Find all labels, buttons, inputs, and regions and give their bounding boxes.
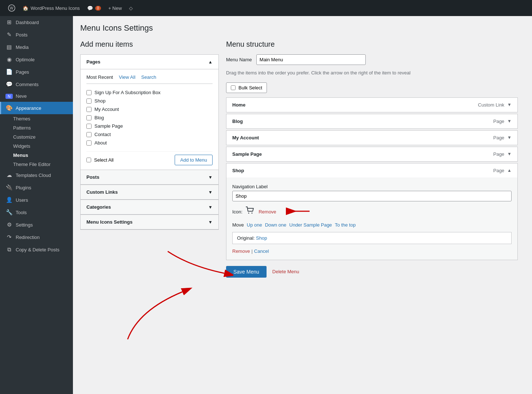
- categories-accordion-header[interactable]: Categories ▼: [81, 200, 218, 215]
- wp-logo-button[interactable]: W: [4, 0, 19, 16]
- home-chevron-down-icon[interactable]: ▼: [507, 102, 512, 107]
- original-link[interactable]: Shop: [256, 235, 267, 241]
- categories-section: Categories ▼: [80, 200, 219, 215]
- tab-most-recent[interactable]: Most Recent: [86, 74, 113, 81]
- page-checkbox-about[interactable]: [86, 140, 92, 146]
- tools-icon: 🔧: [5, 209, 13, 216]
- menu-item-blog: Blog Page ▼: [226, 114, 518, 129]
- page-item-my-account: My Account: [86, 105, 213, 113]
- svg-point-3: [248, 213, 249, 214]
- move-down-link[interactable]: Down one: [265, 222, 287, 228]
- custom-links-accordion-header[interactable]: Custom Links ▼: [81, 185, 218, 200]
- add-to-menu-button[interactable]: Add to Menu: [175, 155, 213, 165]
- theme-icon-button[interactable]: ◇: [125, 0, 136, 16]
- appearance-submenu: Themes Patterns Customize Widgets Menus …: [0, 114, 73, 169]
- move-top-link[interactable]: To the top: [335, 222, 356, 228]
- nav-label-input[interactable]: [232, 191, 512, 201]
- menu-item-sample-page-header[interactable]: Sample Page Page ▼: [226, 147, 517, 161]
- select-all-checkbox[interactable]: [86, 158, 91, 162]
- new-button[interactable]: + New: [105, 0, 125, 16]
- select-all-label[interactable]: Select All: [86, 157, 113, 163]
- sidebar-item-redirection[interactable]: ↷ Redirection: [0, 231, 73, 243]
- sidebar-item-themes[interactable]: Themes: [13, 114, 73, 123]
- page-checkbox-sample-page[interactable]: [86, 124, 92, 129]
- menu-structure-panel: Menu structure Menu Name Drag the items …: [226, 40, 518, 278]
- item-actions: Remove | Cancel: [232, 248, 512, 254]
- sidebar-item-widgets[interactable]: Widgets: [13, 142, 73, 151]
- sidebar-item-neve[interactable]: N Neve: [0, 90, 73, 102]
- menu-item-shop-header[interactable]: Shop Page ▲: [226, 163, 517, 178]
- save-menu-button[interactable]: Save Menu: [226, 266, 267, 278]
- sidebar: ⊞ Dashboard ✎ Posts ▤ Media ◉ Optimole 📄…: [0, 16, 73, 394]
- sidebar-item-menus[interactable]: Menus: [13, 151, 73, 160]
- sidebar-item-users[interactable]: 👤 Users: [0, 194, 73, 206]
- pages-accordion-header[interactable]: Pages ▲: [81, 55, 218, 69]
- page-checkbox-contact[interactable]: [86, 132, 92, 137]
- comments-button[interactable]: 💬 0: [84, 0, 105, 16]
- page-item-shop: Shop: [86, 97, 213, 105]
- delete-menu-button[interactable]: Delete Menu: [272, 266, 299, 277]
- sidebar-item-customize[interactable]: Customize: [13, 132, 73, 142]
- sidebar-item-comments[interactable]: 💬 Comments: [0, 78, 73, 90]
- menu-item-blog-header[interactable]: Blog Page ▼: [226, 114, 517, 128]
- page-checkbox-blog[interactable]: [86, 115, 92, 120]
- sidebar-item-appearance[interactable]: 🎨 Appearance: [0, 102, 73, 114]
- shop-chevron-up-icon[interactable]: ▲: [507, 168, 512, 173]
- site-title[interactable]: 🏠 WordPress Menu Icons: [19, 0, 84, 16]
- add-menu-panel: Add menu items Pages ▲ Most Recent View …: [80, 40, 219, 278]
- page-checkbox-shop[interactable]: [86, 98, 92, 104]
- page-item-signup: Sign Up For A Subscription Box: [86, 88, 213, 97]
- posts-accordion-header[interactable]: Posts ▼: [81, 170, 218, 185]
- settings-icon: ⚙: [5, 221, 13, 228]
- page-item-blog: Blog: [86, 113, 213, 122]
- sidebar-item-patterns[interactable]: Patterns: [13, 123, 73, 132]
- bulk-select-button[interactable]: Bulk Select: [226, 82, 267, 93]
- sidebar-item-theme-file-editor[interactable]: Theme File Editor: [13, 160, 73, 169]
- sidebar-item-plugins[interactable]: 🔌 Plugins: [0, 181, 73, 194]
- main-layout: ⊞ Dashboard ✎ Posts ▤ Media ◉ Optimole 📄…: [0, 16, 532, 394]
- my-account-chevron-down-icon[interactable]: ▼: [507, 135, 512, 140]
- original-row: Original: Shop: [232, 232, 512, 244]
- sidebar-item-dashboard[interactable]: ⊞ Dashboard: [0, 16, 73, 28]
- templates-cloud-icon: ☁: [5, 172, 13, 178]
- blog-chevron-down-icon[interactable]: ▼: [507, 119, 512, 124]
- menu-item-home-header[interactable]: Home Custom Link ▼: [226, 98, 517, 112]
- page-checkbox-signup[interactable]: [86, 90, 92, 95]
- sample-page-chevron-down-icon[interactable]: ▼: [507, 151, 512, 157]
- menu-name-label: Menu Name: [226, 57, 252, 62]
- categories-chevron-icon: ▼: [208, 205, 213, 210]
- menu-item-my-account-header[interactable]: My Account Page ▼: [226, 131, 517, 145]
- sidebar-item-settings[interactable]: ⚙ Settings: [0, 219, 73, 231]
- sidebar-item-pages[interactable]: 📄 Pages: [0, 66, 73, 78]
- tab-view-all[interactable]: View All: [119, 74, 135, 81]
- icon-row: Icon: Remove: [232, 206, 512, 218]
- shop-item-body: Navigation Label Icon:: [226, 178, 517, 260]
- page-item-sample-page: Sample Page: [86, 122, 213, 130]
- menu-name-input[interactable]: [256, 54, 366, 65]
- custom-links-section: Custom Links ▼: [80, 185, 219, 200]
- move-up-link[interactable]: Up one: [247, 222, 262, 228]
- item-cancel-link[interactable]: Cancel: [254, 248, 269, 254]
- nav-label-title: Navigation Label: [232, 184, 512, 189]
- page-checkbox-my-account[interactable]: [86, 107, 92, 112]
- sidebar-item-templates-cloud[interactable]: ☁ Templates Cloud: [0, 169, 73, 181]
- sidebar-item-posts[interactable]: ✎ Posts: [0, 28, 73, 41]
- save-row: Save Menu Delete Menu: [226, 266, 518, 278]
- cart-icon: [245, 206, 256, 217]
- pages-tabs: Most Recent View All Search: [86, 74, 213, 84]
- sidebar-item-tools[interactable]: 🔧 Tools: [0, 206, 73, 219]
- dashboard-icon: ⊞: [5, 19, 13, 26]
- bulk-select-checkbox[interactable]: [231, 85, 236, 90]
- home-icon: 🏠: [23, 5, 28, 11]
- sidebar-item-copy-delete-posts[interactable]: ⧉ Copy & Delete Posts: [0, 243, 73, 256]
- move-under-link[interactable]: Under Sample Page: [289, 222, 332, 228]
- menu-icons-settings-section: Menu Icons Settings ▼: [80, 215, 219, 230]
- icon-remove-link[interactable]: Remove: [259, 209, 276, 215]
- menu-icons-settings-accordion-header[interactable]: Menu Icons Settings ▼: [81, 215, 218, 229]
- sidebar-item-optimole[interactable]: ◉ Optimole: [0, 53, 73, 66]
- tab-search[interactable]: Search: [141, 74, 156, 81]
- item-remove-link[interactable]: Remove: [232, 248, 250, 254]
- menu-name-row: Menu Name: [226, 54, 518, 65]
- sidebar-item-media[interactable]: ▤ Media: [0, 41, 73, 53]
- menu-item-my-account: My Account Page ▼: [226, 130, 518, 145]
